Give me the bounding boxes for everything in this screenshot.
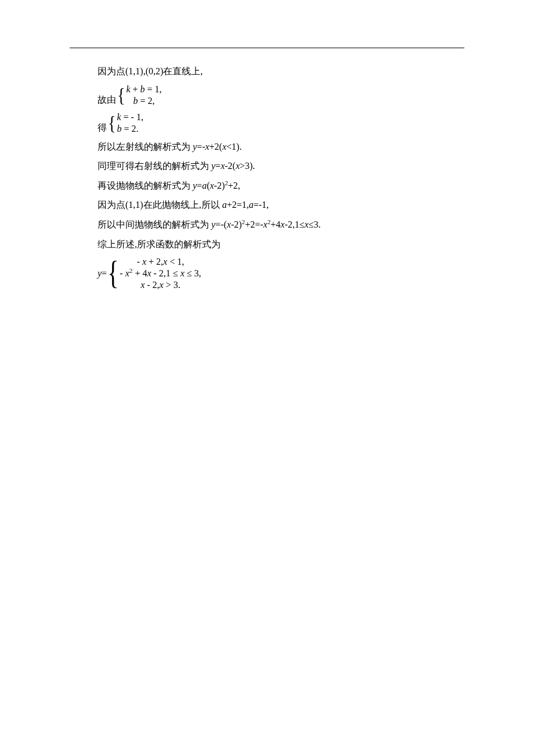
- system-rows-2: k = - 1, b = 2.: [117, 111, 143, 135]
- system-solved: 得 { k = - 1, b = 2.: [98, 111, 464, 135]
- piecewise-y-equals: y=: [98, 266, 107, 281]
- parabola-point-eq: a+2=1,a=-1,: [222, 200, 269, 210]
- left-brace-icon: {: [108, 113, 116, 133]
- parabola-point: 因为点(1,1)在此抛物线上,所以 a+2=1,a=-1,: [98, 197, 464, 213]
- parabola-result-text: 所以中间抛物线的解析式为: [98, 219, 211, 229]
- right-ray-text: 同理可得右射线的解析式为: [98, 161, 211, 171]
- parabola-text: 再设抛物线的解析式为: [98, 181, 193, 190]
- left-brace-icon: {: [107, 257, 118, 290]
- sys2-row2: b = 2.: [117, 123, 143, 135]
- prefix-get: 得: [98, 122, 108, 134]
- top-horizontal-rule: [70, 48, 464, 48]
- system-rows-1: k + b = 1, b = 2,: [126, 84, 161, 107]
- sys1-row2: b = 2,: [126, 95, 161, 107]
- piecewise-rows: - x + 2,x < 1, - x2 + 4x - 2,1 ≤ x ≤ 3, …: [120, 256, 201, 291]
- brace-system-1: { k + b = 1, b = 2,: [117, 84, 162, 107]
- sys1-row1: k + b = 1,: [126, 84, 161, 95]
- brace-system-2: { k = - 1, b = 2.: [108, 111, 143, 135]
- piecewise-function: y= { - x + 2,x < 1, - x2 + 4x - 2,1 ≤ x …: [98, 256, 464, 291]
- parabola-eq: y=a(x-2)2+2,: [193, 181, 240, 190]
- left-ray-eq: y=-x+2(x<1).: [193, 142, 241, 152]
- parabola-setup: 再设抛物线的解析式为 y=a(x-2)2+2,: [98, 178, 464, 193]
- piecewise-row1: - x + 2,x < 1,: [120, 256, 201, 268]
- left-brace-icon: {: [117, 85, 125, 105]
- brace-system-piecewise: { - x + 2,x < 1, - x2 + 4x - 2,1 ≤ x ≤ 3…: [107, 256, 201, 291]
- left-ray-formula: 所以左射线的解析式为 y=-x+2(x<1).: [98, 139, 464, 154]
- prefix-therefore-by: 故由: [98, 94, 117, 106]
- document-content: 因为点(1,1),(0,2)在直线上, 故由 { k + b = 1, b = …: [98, 64, 464, 294]
- system-given: 故由 { k + b = 1, b = 2,: [98, 84, 464, 107]
- sys2-row1: k = - 1,: [117, 111, 143, 123]
- conclusion-text: 综上所述,所求函数的解析式为: [98, 237, 464, 252]
- right-ray-formula: 同理可得右射线的解析式为 y=x-2(x>3).: [98, 159, 464, 174]
- piecewise-row2: - x2 + 4x - 2,1 ≤ x ≤ 3,: [120, 268, 201, 279]
- parabola-result-eq: y=-(x-2)2+2=-x2+4x-2,1≤x≤3.: [211, 219, 320, 229]
- left-ray-text: 所以左射线的解析式为: [98, 142, 193, 152]
- line-points-on-line: 因为点(1,1),(0,2)在直线上,: [98, 64, 464, 79]
- parabola-point-text: 因为点(1,1)在此抛物线上,所以: [98, 200, 222, 210]
- parabola-result: 所以中间抛物线的解析式为 y=-(x-2)2+2=-x2+4x-2,1≤x≤3.: [98, 217, 464, 232]
- right-ray-eq: y=x-2(x>3).: [211, 161, 255, 171]
- piecewise-row3: x - 2,x > 3.: [120, 279, 201, 291]
